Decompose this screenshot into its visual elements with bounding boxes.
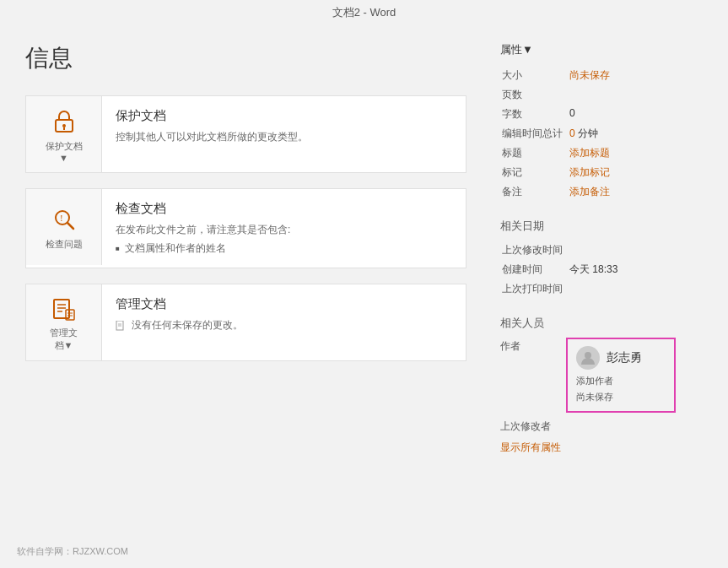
last-modifier-label: 上次修改者 — [500, 419, 559, 434]
prop-label-edittime: 编辑时间总计 — [500, 124, 568, 143]
svg-point-16 — [585, 352, 591, 359]
prop-value-edittime: 0 分钟 — [568, 124, 703, 143]
protect-icon-area[interactable]: 保护文档▼ — [26, 96, 102, 172]
svg-rect-6 — [54, 300, 69, 318]
footer-text: 软件自学网：RJZXW.COM — [17, 546, 128, 556]
related-people-section: 作者 彭志勇 添加作者 尚未保存 — [500, 338, 703, 455]
avatar — [576, 346, 600, 370]
manage-icon — [49, 293, 79, 323]
prop-label-note: 备注 — [500, 182, 568, 202]
date-value-printed — [568, 279, 703, 299]
left-panel: 信息 保护文档▼ 保护文档 控制其他人可以对此文档所做的更改类型。 — [25, 42, 466, 455]
properties-header[interactable]: 属性▼ — [500, 42, 703, 57]
prop-label-pages: 页数 — [500, 85, 568, 105]
prop-row-pages: 页数 — [500, 85, 703, 105]
lock-icon — [49, 106, 79, 137]
prop-label-size: 大小 — [500, 66, 568, 85]
protect-icon-label: 保护文档▼ — [46, 140, 83, 163]
prop-value-size: 尚未保存 — [568, 66, 703, 85]
protect-card-desc: 控制其他人可以对此文档所做的更改类型。 — [116, 129, 308, 144]
date-value-created: 今天 18:33 — [568, 260, 703, 279]
svg-line-5 — [67, 223, 73, 229]
date-label-printed: 上次打印时间 — [500, 279, 568, 299]
related-dates-header: 相关日期 — [500, 219, 703, 234]
last-modifier-row: 上次修改者 — [500, 419, 703, 434]
inspect-card-desc: 在发布此文件之前，请注意其是否包含: 文档属性和作者的姓名 — [116, 222, 290, 256]
title-bar-text: 文档2 - Word — [332, 6, 396, 19]
author-row: 作者 彭志勇 添加作者 尚未保存 — [500, 338, 703, 413]
not-saved-label: 尚未保存 — [576, 389, 666, 405]
inspect-card-body: 检查文档 在发布此文件之前，请注意其是否包含: 文档属性和作者的姓名 — [102, 189, 304, 268]
title-bar: 文档2 - Word — [0, 0, 728, 25]
protect-card-body: 保护文档 控制其他人可以对此文档所做的更改类型。 — [102, 96, 321, 156]
prop-row-words: 字数 0 — [500, 105, 703, 124]
prop-row-edittime: 编辑时间总计 0 分钟 — [500, 124, 703, 143]
prop-label-title: 标题 — [500, 143, 568, 163]
author-label: 作者 — [500, 338, 559, 354]
protect-card: 保护文档▼ 保护文档 控制其他人可以对此文档所做的更改类型。 — [25, 95, 466, 173]
manage-card-desc: 没有任何未保存的更改。 — [116, 317, 243, 333]
prop-label-words: 字数 — [500, 105, 568, 124]
related-dates-table: 上次修改时间 创建时间 今天 18:33 上次打印时间 — [500, 241, 703, 299]
inspect-card-title: 检查文档 — [116, 201, 290, 217]
footer: 软件自学网：RJZXW.COM — [17, 545, 128, 558]
author-name-row: 彭志勇 — [576, 346, 666, 370]
page-title: 信息 — [25, 42, 466, 74]
doc-small-icon — [116, 321, 126, 331]
prop-label-tag: 标记 — [500, 163, 568, 182]
protect-card-title: 保护文档 — [116, 108, 308, 124]
manage-card: 管理文档▼ 管理文档 没有任何未保存的更改。 — [25, 284, 466, 361]
svg-text:!: ! — [60, 213, 63, 223]
prop-row-title: 标题 添加标题 — [500, 143, 703, 163]
author-name: 彭志勇 — [607, 350, 642, 365]
date-value-modified — [568, 241, 703, 260]
properties-table: 大小 尚未保存 页数 字数 0 编辑时间总计 0 分钟 标题 添加标题 — [500, 66, 703, 202]
svg-point-1 — [62, 124, 66, 127]
right-panel: 属性▼ 大小 尚未保存 页数 字数 0 编辑时间总计 0 分钟 — [500, 42, 703, 455]
prop-value-note[interactable]: 添加备注 — [568, 182, 703, 202]
date-row-created: 创建时间 今天 18:33 — [500, 260, 703, 279]
manage-card-title: 管理文档 — [116, 296, 243, 312]
prop-row-tag: 标记 添加标记 — [500, 163, 703, 182]
date-row-printed: 上次打印时间 — [500, 279, 703, 299]
prop-row-note: 备注 添加备注 — [500, 182, 703, 202]
manage-icon-label: 管理文档▼ — [50, 327, 78, 352]
author-actions: 添加作者 尚未保存 — [576, 373, 666, 404]
inspect-list-item: 文档属性和作者的姓名 — [116, 241, 290, 256]
prop-value-pages — [568, 85, 703, 105]
user-icon — [580, 349, 596, 366]
add-author-link[interactable]: 添加作者 — [576, 373, 666, 389]
prop-row-size: 大小 尚未保存 — [500, 66, 703, 85]
main-content: 信息 保护文档▼ 保护文档 控制其他人可以对此文档所做的更改类型。 — [0, 25, 728, 472]
svg-rect-13 — [116, 321, 123, 330]
prop-value-tag[interactable]: 添加标记 — [568, 163, 703, 182]
author-info-box: 彭志勇 添加作者 尚未保存 — [566, 338, 676, 413]
inspect-icon-label: 检查问题 — [46, 238, 83, 251]
inspect-card: ! 检查问题 检查文档 在发布此文件之前，请注意其是否包含: 文档属性和作者的姓… — [25, 188, 466, 268]
inspect-icon-area[interactable]: ! 检查问题 — [26, 189, 102, 265]
show-all-properties-link[interactable]: 显示所有属性 — [500, 441, 703, 455]
related-people-header: 相关人员 — [500, 316, 703, 331]
prop-value-title[interactable]: 添加标题 — [568, 143, 703, 163]
date-label-modified: 上次修改时间 — [500, 241, 568, 260]
prop-value-words: 0 — [568, 105, 703, 124]
date-row-modified: 上次修改时间 — [500, 241, 703, 260]
inspect-icon: ! — [49, 204, 79, 235]
date-label-created: 创建时间 — [500, 260, 568, 279]
manage-icon-area[interactable]: 管理文档▼ — [26, 284, 102, 360]
manage-card-body: 管理文档 没有任何未保存的更改。 — [102, 284, 256, 344]
